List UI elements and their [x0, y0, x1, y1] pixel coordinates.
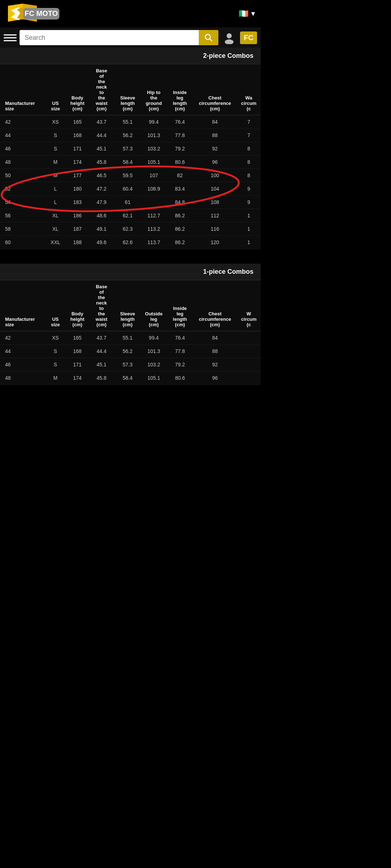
- two-piece-table-wrapper: Manufacturersize USsize Bodyheight(cm) B…: [0, 64, 261, 249]
- user-profile-button[interactable]: [221, 30, 237, 46]
- table-row: 48M17445.858.4105.180.696: [0, 371, 261, 385]
- svg-line-7: [210, 39, 212, 41]
- logo-area: FC MOTO: [4, 3, 62, 25]
- th-chest: Chestcircumference(cm): [193, 64, 237, 115]
- search-input[interactable]: [20, 30, 199, 45]
- two-piece-section-header: 2-piece Combos: [0, 48, 261, 64]
- th-neck-waist-1p: Baseofthenecktothewaist(cm): [88, 280, 114, 331]
- svg-point-9: [225, 39, 234, 44]
- th-manufacturer-size: Manufacturersize: [0, 64, 45, 115]
- table-row-highlighted-54: 54L18347.96184.81089: [0, 196, 261, 209]
- one-piece-section-header: 1-piece Combos: [0, 264, 261, 280]
- table-row-highlighted-52: 52L18047.260.4108.983.41049: [0, 182, 261, 196]
- svg-text:FC MOTO: FC MOTO: [25, 9, 58, 17]
- th-neck-waist: Baseofthenecktothewaist(cm): [88, 64, 114, 115]
- th-inside-leg: Insideleglength(cm): [167, 64, 193, 115]
- th-chest-1p: Chestcircumference(cm): [193, 280, 237, 331]
- th-body-height: Bodyheight(cm): [66, 64, 88, 115]
- header: FC MOTO 🇮🇪 ▼: [0, 0, 261, 27]
- th-sleeve-length: Sleevelength(cm): [115, 64, 141, 115]
- table-row-highlighted-50: 50M17746.559.5107821008: [0, 169, 261, 182]
- two-piece-size-table: Manufacturersize USsize Bodyheight(cm) B…: [0, 64, 261, 249]
- one-piece-size-table: Manufacturersize USsize Bodyheight(cm) B…: [0, 280, 261, 385]
- th-sleeve-1p: Sleevelength(cm): [114, 280, 140, 331]
- th-inside-leg-1p: Insideleglength(cm): [167, 280, 193, 331]
- search-bar: FC: [0, 27, 261, 48]
- th-manufacturer-size-1p: Manufacturersize: [0, 280, 45, 331]
- table-header-row: Manufacturersize USsize Bodyheight(cm) B…: [0, 64, 261, 115]
- th-outside-leg-1p: Outsideleg(cm): [140, 280, 167, 331]
- section-gap: [0, 249, 261, 264]
- user-icon: [223, 31, 236, 44]
- th-us-size-1p: USsize: [45, 280, 66, 331]
- th-hip-ground: Hip totheground(cm): [141, 64, 167, 115]
- th-waist-1p: Wcircum(c: [237, 280, 261, 331]
- table-row: 46S17145.157.3103.279.2928: [0, 142, 261, 156]
- fc-moto-logo: FC MOTO: [4, 3, 62, 25]
- th-waist: Wacircum(c: [237, 64, 261, 115]
- table-row: 42XS16543.755.199.476.484: [0, 331, 261, 345]
- flag-icon: 🇮🇪: [239, 9, 248, 18]
- table-row: 60XXL18849.662.6113.786.21201: [0, 236, 261, 249]
- table-row: 44S16844.456.2101.377.8887: [0, 129, 261, 142]
- search-input-wrapper: [20, 30, 218, 45]
- table-row: 44S16844.456.2101.377.888: [0, 345, 261, 358]
- table-row: 56XL18648.662.1112.786.21121: [0, 209, 261, 222]
- th-body-height-1p: Bodyheight(cm): [66, 280, 88, 331]
- table-row: 42XS16543.755.199.476.4847: [0, 115, 261, 129]
- svg-point-8: [227, 33, 232, 38]
- table-header-row: Manufacturersize USsize Bodyheight(cm) B…: [0, 280, 261, 331]
- flag-area[interactable]: 🇮🇪 ▼: [239, 9, 256, 18]
- table-row: 58XL18749.162.3113.286.21161: [0, 222, 261, 236]
- search-button[interactable]: [199, 30, 218, 45]
- fc-rewards-badge[interactable]: FC: [240, 31, 257, 44]
- menu-button[interactable]: [4, 31, 17, 44]
- search-icon: [205, 34, 213, 42]
- table-row: 48M17445.858.4105.180.6968: [0, 156, 261, 169]
- dropdown-arrow-icon: ▼: [250, 10, 256, 18]
- th-us-size: USsize: [45, 64, 66, 115]
- table-row: 46S17145.157.3103.279.292: [0, 358, 261, 371]
